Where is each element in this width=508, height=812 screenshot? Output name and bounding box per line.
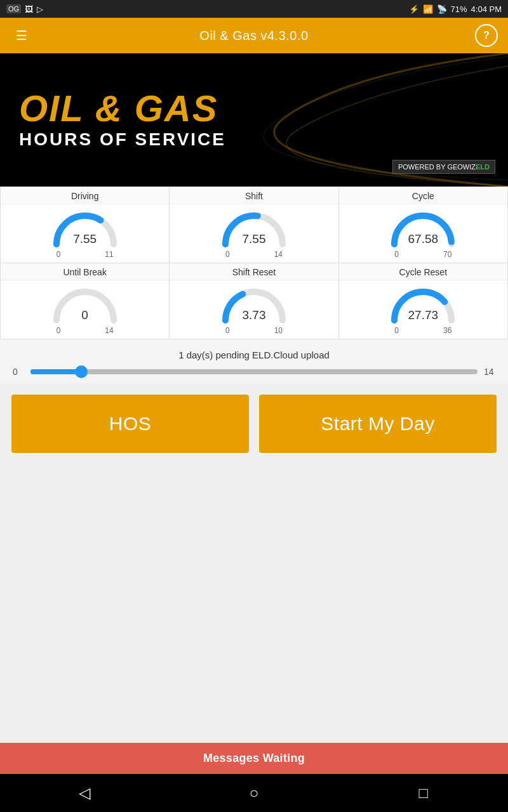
gauge-driving-range: 0 11 <box>57 250 114 259</box>
gauge-cycle-reset-arc: 27.73 <box>388 285 458 325</box>
gauge-shift-reset-min: 0 <box>225 326 230 335</box>
gauge-driving: Driving 7.55 0 11 <box>1 187 170 263</box>
gauge-cycle-range: 0 70 <box>394 250 451 259</box>
recent-apps-button[interactable]: □ <box>404 780 443 806</box>
gauge-shift-value: 7.55 <box>219 232 289 246</box>
status-left: OG 🖼 ▷ <box>6 4 43 14</box>
gauge-row-1: Driving 7.55 0 11 Shift <box>1 187 507 263</box>
gauge-cycle-body: 67.58 0 70 <box>339 204 507 263</box>
slider-min: 0 <box>13 367 24 377</box>
bottom-nav: ◁ ○ □ <box>0 774 508 812</box>
signal-icon: 📡 <box>437 4 447 14</box>
gauge-driving-value: 7.55 <box>50 232 120 246</box>
gauge-until-break-max: 14 <box>105 326 113 335</box>
upload-slider-track[interactable] <box>30 369 478 374</box>
gauge-shift-reset-label: Shift Reset <box>170 263 338 280</box>
gauge-until-break-range: 0 14 <box>57 326 114 335</box>
gauges-section: Driving 7.55 0 11 Shift <box>0 187 508 339</box>
messages-bar-text: Messages Waiting <box>203 752 305 764</box>
gauge-shift-reset: Shift Reset 3.73 0 10 <box>170 263 338 339</box>
gauge-cycle-reset-max: 36 <box>443 326 451 335</box>
gauge-until-break-label: Until Break <box>1 263 169 280</box>
gauge-cycle-value: 67.58 <box>388 232 458 246</box>
gauge-cycle: Cycle 67.58 0 70 <box>339 187 507 263</box>
messages-bar[interactable]: Messages Waiting <box>0 743 508 774</box>
menu-button[interactable]: ☰ <box>10 24 33 47</box>
gauge-shift-label: Shift <box>170 187 338 204</box>
upload-section: 1 day(s) pending ELD.Cloud upload 0 14 <box>0 339 508 383</box>
gauge-driving-arc: 7.55 <box>50 209 120 249</box>
gauge-shift-reset-value: 3.73 <box>219 308 289 322</box>
gauge-shift-max: 14 <box>274 250 283 259</box>
banner-subtitle: HOURS OF SERVICE <box>19 129 226 150</box>
gauge-until-break-value: 0 <box>50 308 120 322</box>
gauge-until-break: Until Break 0 0 14 <box>1 263 170 339</box>
upload-slider-thumb <box>75 365 88 378</box>
gauge-shift-reset-max: 10 <box>274 326 283 335</box>
gauge-cycle-label: Cycle <box>339 187 507 204</box>
gauge-cycle-reset: Cycle Reset 27.73 0 36 <box>339 263 507 339</box>
banner-content: OIL & GAS HOURS OF SERVICE POWERED BY GE… <box>0 53 508 187</box>
gauge-until-break-min: 0 <box>57 326 61 335</box>
status-bar: OG 🖼 ▷ ⚡ 📶 📡 71% 4:04 PM <box>0 0 508 18</box>
app-title: Oil & Gas v4.3.0.0 <box>199 29 308 43</box>
gauge-cycle-min: 0 <box>394 250 399 259</box>
gauge-until-break-body: 0 0 14 <box>1 280 169 339</box>
main-spacer <box>0 464 508 743</box>
status-right: ⚡ 📶 📡 71% 4:04 PM <box>409 4 502 14</box>
gauge-shift-reset-arc: 3.73 <box>219 285 289 325</box>
gauge-shift-min: 0 <box>225 250 230 259</box>
play-icon: ▷ <box>37 4 43 14</box>
app-banner: OIL & GAS HOURS OF SERVICE POWERED BY GE… <box>0 53 508 187</box>
gauge-cycle-arc: 67.58 <box>388 209 458 249</box>
gauge-driving-max: 11 <box>105 250 113 259</box>
time-display: 4:04 PM <box>471 4 502 14</box>
powered-by-text: POWERED BY GEOWIZ <box>398 163 476 171</box>
battery-level: 71% <box>451 4 467 14</box>
gauge-cycle-max: 70 <box>443 250 451 259</box>
nav-bar: ☰ Oil & Gas v4.3.0.0 ? <box>0 18 508 53</box>
gauge-shift-reset-body: 3.73 0 10 <box>170 280 338 339</box>
gauge-cycle-reset-value: 27.73 <box>388 308 458 322</box>
gauge-driving-min: 0 <box>57 250 61 259</box>
og-icon: OG <box>6 4 21 13</box>
bluetooth-icon: ⚡ <box>409 4 419 14</box>
banner-title: OIL & GAS <box>19 90 218 127</box>
image-icon: 🖼 <box>25 4 33 14</box>
start-my-day-button[interactable]: Start My Day <box>259 395 497 453</box>
gauge-driving-label: Driving <box>1 187 169 204</box>
gauge-cycle-reset-min: 0 <box>394 326 399 335</box>
gauge-shift: Shift 7.55 0 14 <box>170 187 338 263</box>
home-button[interactable]: ○ <box>235 780 273 806</box>
upload-label: 1 day(s) pending ELD.Cloud upload <box>13 350 495 360</box>
gauge-until-break-arc: 0 <box>50 285 120 325</box>
gauge-shift-arc: 7.55 <box>219 209 289 249</box>
gauge-driving-body: 7.55 0 11 <box>1 204 169 263</box>
gauge-cycle-reset-range: 0 36 <box>394 326 451 335</box>
gauge-cycle-reset-label: Cycle Reset <box>339 263 507 280</box>
gauge-shift-body: 7.55 0 14 <box>170 204 338 263</box>
eld-text: ELD <box>476 163 490 171</box>
banner-powered-by: POWERED BY GEOWIZELD <box>392 160 495 174</box>
gauge-shift-range: 0 14 <box>225 250 283 259</box>
hos-button[interactable]: HOS <box>11 395 249 453</box>
upload-slider-row: 0 14 <box>13 367 495 377</box>
wifi-icon: 📶 <box>423 4 433 14</box>
action-buttons: HOS Start My Day <box>0 383 508 464</box>
gauge-row-2: Until Break 0 0 14 Shift Reset <box>1 263 507 339</box>
slider-max: 14 <box>484 367 495 377</box>
back-button[interactable]: ◁ <box>65 780 104 806</box>
gauge-cycle-reset-body: 27.73 0 36 <box>339 280 507 339</box>
help-button[interactable]: ? <box>475 24 498 47</box>
gauge-shift-reset-range: 0 10 <box>225 326 283 335</box>
